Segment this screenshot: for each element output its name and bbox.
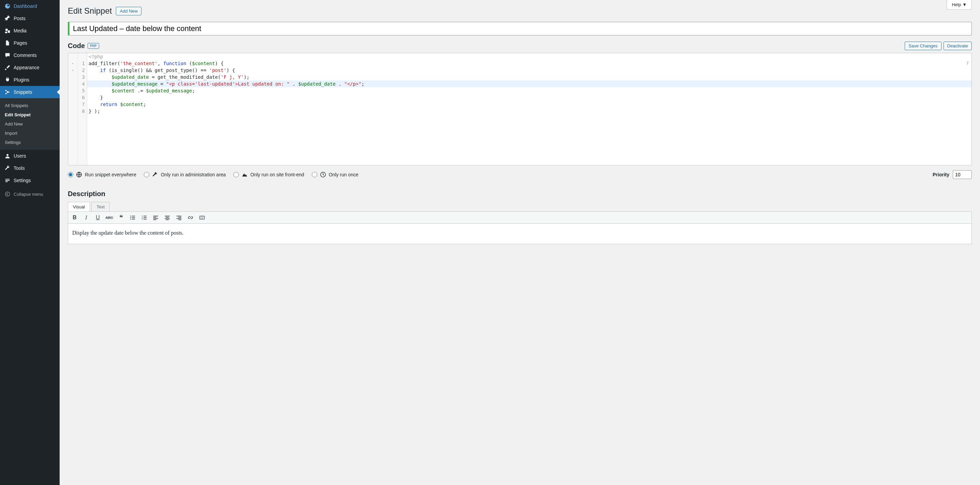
link-button[interactable] [187,214,194,221]
pin-icon [4,15,11,22]
description-body[interactable]: Display the update date below the conten… [68,224,972,244]
svg-rect-23 [153,218,158,219]
sidebar-item-media[interactable]: Media [0,25,60,37]
italic-button[interactable]: I [83,214,90,221]
main-content: Help ▼ Edit Snippet Add New Code PHP Sav… [60,0,980,485]
align-center-button[interactable] [164,214,171,221]
svg-point-5 [6,181,7,182]
svg-point-9 [130,215,131,217]
svg-rect-12 [132,216,135,217]
sidebar-item-label: Tools [14,166,25,171]
sidebar-subitem-all-snippets[interactable]: All Snippets [0,101,60,110]
code-line[interactable]: add_filter('the_content', function ($con… [87,60,972,67]
sidebar-item-tools[interactable]: Tools [0,162,60,174]
fold-gutter[interactable]: ▾▾ [68,53,78,165]
sidebar-item-label: Appearance [14,65,40,70]
sidebar-item-settings[interactable]: Settings [0,174,60,187]
svg-rect-26 [166,217,169,218]
svg-rect-33 [200,216,204,219]
sidebar-item-label: Dashboard [14,3,37,9]
underline-button[interactable]: U [94,214,102,221]
keyboard-button[interactable] [198,214,206,221]
sidebar-item-appearance[interactable]: Appearance [0,61,60,74]
svg-point-6 [5,192,10,196]
scope-radio-once[interactable] [312,172,317,177]
sidebar-submenu-snippets: All Snippets Edit Snippet Add New Import… [0,98,60,150]
code-line[interactable]: $content .= $updated_message; [87,87,972,94]
bullet-list-button[interactable] [129,214,136,221]
strikethrough-button[interactable]: ABC [106,214,113,221]
code-line[interactable]: } [87,94,972,101]
svg-rect-13 [132,217,135,218]
page-title: Edit Snippet [68,6,112,16]
align-left-button[interactable] [152,214,159,221]
sidebar-item-snippets[interactable]: Snippets [0,86,60,98]
scope-option-once[interactable]: Only run once [312,172,358,178]
sidebar-subitem-edit-snippet[interactable]: Edit Snippet [0,110,60,120]
code-line[interactable]: } ); [87,108,972,115]
dashboard-icon [4,3,11,10]
collapse-label: Collapse menu [14,192,43,197]
code-line[interactable]: if (is_single() && get_post_type() == 'p… [87,67,972,74]
sidebar-item-pages[interactable]: Pages [0,37,60,49]
deactivate-button[interactable]: Deactivate [943,41,972,50]
editor-toolbar: B I U ABC ❝ 123 [68,211,972,224]
code-editor[interactable]: ? ▾▾ 12345678 <?php add_filter('the_cont… [68,53,972,166]
code-heading: Code [68,42,85,50]
sidebar-subitem-settings[interactable]: Settings [0,138,60,147]
sidebar-item-posts[interactable]: Posts [0,12,60,25]
code-line[interactable]: return $content; [87,101,972,108]
sidebar-subitem-add-new[interactable]: Add New [0,120,60,129]
svg-rect-19 [143,217,146,218]
sidebar-item-dashboard[interactable]: Dashboard [0,0,60,12]
wrench-icon [152,172,158,178]
code-line[interactable]: $updated_date = get_the_modified_date('F… [87,74,972,80]
sidebar-item-comments[interactable]: Comments [0,49,60,61]
sidebar-item-label: Users [14,153,26,159]
code-line[interactable]: $updated_message = "<p class='last-updat… [87,80,972,87]
svg-rect-14 [132,219,135,220]
numbered-list-button[interactable]: 123 [140,214,148,221]
svg-point-4 [8,179,10,180]
scope-option-everywhere[interactable]: Run snippet everywhere [68,172,136,178]
tab-text[interactable]: Text [91,202,110,211]
media-icon [4,27,11,34]
svg-rect-30 [178,217,181,218]
svg-point-3 [6,154,8,156]
code-area[interactable]: <?php add_filter('the_content', function… [87,53,972,165]
svg-rect-25 [165,216,170,217]
svg-point-10 [130,217,131,218]
svg-rect-32 [178,219,181,220]
add-new-button[interactable]: Add New [116,7,142,15]
line-number-gutter: 12345678 [78,53,87,165]
scope-radio-everywhere[interactable] [68,172,73,177]
scope-radio-admin[interactable] [144,172,149,177]
language-badge: PHP [88,43,99,49]
bold-button[interactable]: B [71,214,78,221]
save-changes-button[interactable]: Save Changes [905,41,941,50]
svg-point-11 [130,219,131,220]
align-right-button[interactable] [175,214,183,221]
help-label: Help [952,2,961,7]
scope-option-admin[interactable]: Only run in administration area [144,172,226,178]
snippet-title-input[interactable] [69,22,972,35]
scope-radio-frontend[interactable] [234,172,239,177]
sidebar-item-plugins[interactable]: Plugins [0,74,60,86]
blockquote-button[interactable]: ❝ [117,214,125,221]
svg-rect-28 [166,219,169,220]
sidebar-item-label: Posts [14,16,25,21]
help-tab[interactable]: Help ▼ [947,0,972,10]
svg-rect-31 [177,218,181,219]
tab-visual[interactable]: Visual [68,202,90,211]
svg-rect-29 [177,216,181,217]
scissors-icon [4,89,11,96]
sidebar-item-label: Comments [14,53,37,58]
scope-option-frontend[interactable]: Only run on site front-end [234,172,304,178]
svg-rect-20 [143,219,146,220]
priority-input[interactable] [953,170,972,179]
wrench-icon [4,165,11,172]
sidebar-item-users[interactable]: Users [0,150,60,162]
user-icon [4,152,11,159]
collapse-menu[interactable]: Collapse menu [0,188,60,200]
sidebar-subitem-import[interactable]: Import [0,129,60,138]
